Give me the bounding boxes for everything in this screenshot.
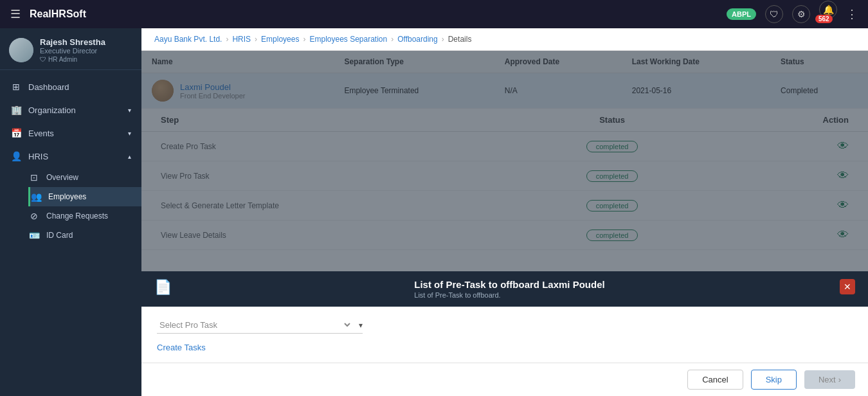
next-arrow-icon: › bbox=[838, 375, 841, 384]
sidebar-item-organization[interactable]: 🏢 Organization ▾ bbox=[0, 98, 141, 122]
breadcrumb-sep: › bbox=[391, 35, 393, 44]
brand-name: RealHRSoft bbox=[30, 8, 86, 20]
chevron-up-icon: ▴ bbox=[128, 153, 131, 160]
sidebar-item-dashboard[interactable]: ⊞ Dashboard bbox=[0, 75, 141, 98]
organization-icon: 🏢 bbox=[10, 105, 22, 115]
breadcrumb-item-details: Details bbox=[448, 35, 472, 44]
modal-title: List of Pre-Task to offboard Laxmi Poude… bbox=[414, 279, 604, 290]
sidebar-item-label: Organization bbox=[28, 105, 76, 115]
modal-subtitle: List of Pre-Task to offboard. bbox=[414, 291, 604, 299]
modal-overlay: 📄 List of Pre-Task to offboard Laxmi Pou… bbox=[141, 51, 868, 396]
main-content: Aayu Bank Pvt. Ltd. › HRIS › Employees ›… bbox=[141, 28, 868, 396]
employees-icon: 👥 bbox=[30, 192, 42, 202]
sidebar: Rajesh Shrestha Executive Director 🛡 HR … bbox=[0, 28, 141, 396]
sidebar-item-employees[interactable]: 👥 Employees bbox=[28, 187, 141, 206]
select-arrow-icon: ▾ bbox=[359, 321, 363, 330]
breadcrumb-sep: › bbox=[303, 35, 305, 44]
profile-role: 🛡 HR Admin bbox=[40, 56, 105, 63]
hris-icon: 👤 bbox=[10, 151, 22, 161]
sidebar-item-events[interactable]: 📅 Events ▾ bbox=[0, 122, 141, 145]
sidebar-item-label: Change Requests bbox=[46, 212, 108, 221]
modal-close-button[interactable]: ✕ bbox=[840, 279, 855, 294]
skip-button[interactable]: Skip bbox=[751, 370, 797, 390]
sidebar-item-id-card[interactable]: 🪪 ID Card bbox=[28, 226, 141, 245]
breadcrumb-sep: › bbox=[255, 35, 257, 44]
chevron-down-icon: ▾ bbox=[128, 130, 131, 137]
breadcrumb: Aayu Bank Pvt. Ltd. › HRIS › Employees ›… bbox=[141, 28, 868, 51]
events-icon: 📅 bbox=[10, 128, 22, 138]
id-card-icon: 🪪 bbox=[28, 230, 40, 240]
modal-body: Select Pro Task ▾ Create Tasks bbox=[141, 307, 868, 363]
sidebar-item-label: Events bbox=[28, 129, 54, 138]
sidebar-item-label: Dashboard bbox=[28, 82, 69, 92]
sidebar-item-label: Employees bbox=[48, 192, 86, 201]
sidebar-item-label: Overview bbox=[46, 173, 78, 182]
pro-task-select-row: Select Pro Task ▾ bbox=[157, 320, 363, 334]
settings-icon[interactable]: ⚙ bbox=[792, 5, 810, 23]
breadcrumb-item-company[interactable]: Aayu Bank Pvt. Ltd. bbox=[154, 35, 222, 44]
cancel-button[interactable]: Cancel bbox=[687, 370, 743, 390]
sidebar-nav: ⊞ Dashboard 🏢 Organization ▾ 📅 Events ▾ … bbox=[0, 70, 141, 396]
table-area: Name Separation Type Approved Date Last … bbox=[141, 51, 868, 396]
modal-header: 📄 List of Pre-Task to offboard Laxmi Pou… bbox=[141, 271, 868, 307]
select-pro-task[interactable]: Select Pro Task bbox=[157, 320, 352, 330]
create-tasks-link[interactable]: Create Tasks bbox=[157, 343, 206, 352]
sidebar-item-overview[interactable]: ⊡ Overview bbox=[28, 168, 141, 187]
next-button[interactable]: Next › bbox=[804, 370, 855, 389]
notifications-icon[interactable]: 🔔 562 bbox=[819, 1, 837, 28]
profile-title: Executive Director bbox=[40, 47, 105, 55]
breadcrumb-sep: › bbox=[226, 35, 228, 44]
notification-count: 562 bbox=[815, 15, 833, 23]
breadcrumb-item-employees[interactable]: Employees bbox=[261, 35, 299, 44]
dashboard-icon: ⊞ bbox=[10, 82, 22, 92]
breadcrumb-item-separation[interactable]: Employees Separation bbox=[309, 35, 387, 44]
hamburger-menu[interactable]: ☰ bbox=[10, 7, 21, 21]
sidebar-item-hris[interactable]: 👤 HRIS ▴ bbox=[0, 145, 141, 168]
more-options-icon[interactable]: ⋮ bbox=[846, 7, 858, 21]
shield-small-icon: 🛡 bbox=[40, 56, 46, 63]
hris-submenu: ⊡ Overview 👥 Employees ⊘ Change Requests… bbox=[0, 168, 141, 245]
sidebar-profile: Rajesh Shrestha Executive Director 🛡 HR … bbox=[0, 28, 141, 70]
modal-panel: 📄 List of Pre-Task to offboard Laxmi Pou… bbox=[141, 271, 868, 396]
avatar bbox=[9, 38, 33, 62]
profile-name: Rajesh Shrestha bbox=[40, 37, 105, 47]
sidebar-item-label: HRIS bbox=[28, 152, 48, 161]
breadcrumb-item-hris[interactable]: HRIS bbox=[232, 35, 251, 44]
top-navigation: ☰ RealHRSoft ABPL 🛡 ⚙ 🔔 562 ⋮ bbox=[0, 0, 868, 28]
modal-document-icon: 📄 bbox=[154, 279, 172, 296]
shield-icon[interactable]: 🛡 bbox=[765, 5, 783, 23]
overview-icon: ⊡ bbox=[28, 172, 40, 183]
company-badge: ABPL bbox=[727, 8, 756, 20]
sidebar-item-change-requests[interactable]: ⊘ Change Requests bbox=[28, 206, 141, 226]
breadcrumb-item-offboarding[interactable]: Offboarding bbox=[397, 35, 438, 44]
sidebar-item-label: ID Card bbox=[46, 231, 73, 240]
chevron-down-icon: ▾ bbox=[128, 107, 131, 114]
change-requests-icon: ⊘ bbox=[28, 211, 40, 221]
breadcrumb-sep: › bbox=[442, 35, 444, 44]
modal-footer: Cancel Skip Next › bbox=[141, 363, 868, 396]
